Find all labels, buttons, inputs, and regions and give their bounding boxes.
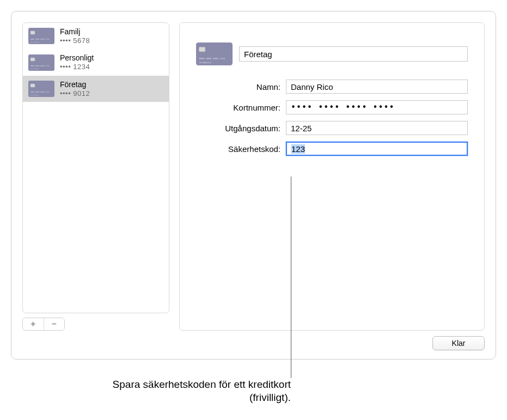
card-list: Familj •••• 5678 Personligt •••• 1234 Fö… [22,22,169,313]
footer: Klar [22,336,485,350]
add-remove-controls: + − [22,318,65,331]
card-item-familj[interactable]: Familj •••• 5678 [23,23,169,49]
card-last4: •••• 9012 [60,89,90,98]
content-area: Familj •••• 5678 Personligt •••• 1234 Fö… [22,22,485,331]
card-name: Familj [60,27,90,36]
card-title-input[interactable] [239,46,468,62]
detail-header [196,42,468,65]
label-number: Kortnummer: [196,103,286,112]
callout-text: Spara säkerhetskoden för ett kreditkort … [87,378,291,404]
credit-card-icon [28,54,54,71]
card-item-personligt[interactable]: Personligt •••• 1234 [23,49,169,75]
credit-card-icon [196,42,233,65]
label-cvc: Säkerhetskod: [196,144,286,154]
input-number[interactable] [286,100,468,114]
card-name: Personligt [60,53,94,63]
label-name: Namn: [196,82,286,92]
credit-card-icon [28,81,54,97]
card-text: Företag •••• 9012 [60,80,90,98]
preferences-window: Familj •••• 5678 Personligt •••• 1234 Fö… [11,11,496,360]
callout-line [291,176,291,378]
card-name: Företag [60,80,90,89]
row-expiry: Utgångsdatum: [196,121,468,135]
credit-card-icon [28,28,54,44]
remove-button[interactable]: − [44,318,65,330]
card-text: Personligt •••• 1234 [60,53,94,71]
row-cvc: Säkerhetskod: 123 [196,142,468,156]
input-expiry[interactable] [286,121,468,135]
sidebar: Familj •••• 5678 Personligt •••• 1234 Fö… [22,22,169,331]
detail-panel: Namn: Kortnummer: Utgångsdatum: Säkerhet… [179,22,485,331]
card-last4: •••• 1234 [60,63,94,71]
row-number: Kortnummer: [196,100,468,114]
input-name[interactable] [286,80,468,94]
done-button[interactable]: Klar [432,336,485,350]
label-expiry: Utgångsdatum: [196,124,286,133]
card-last4: •••• 5678 [60,36,90,45]
card-item-foretag[interactable]: Företag •••• 9012 [23,76,169,102]
card-text: Familj •••• 5678 [60,27,90,45]
input-cvc[interactable]: 123 [286,142,468,156]
row-name: Namn: [196,80,468,94]
cvc-value: 123 [291,144,305,154]
add-button[interactable]: + [23,318,44,330]
